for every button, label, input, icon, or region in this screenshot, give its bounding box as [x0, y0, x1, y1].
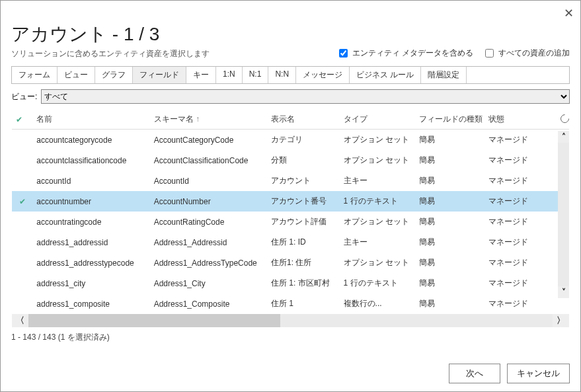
- scroll-h-thumb[interactable]: [28, 314, 280, 327]
- cell-display: アカウント評価: [267, 212, 340, 232]
- cell-name: accountcategorycode: [32, 130, 149, 151]
- tab-spacer: [467, 67, 569, 83]
- grid: ✔ 名前 スキーマ名 表示名 タイプ フィールドの種類 状態 accountca…: [11, 109, 570, 328]
- close-icon[interactable]: ✕: [564, 6, 574, 20]
- cell-schema: Address1_City: [150, 273, 267, 294]
- table-row[interactable]: address1_addressidAddress1_Addressid住所 1…: [12, 232, 569, 253]
- tab-グラフ[interactable]: グラフ: [95, 67, 133, 83]
- row-check[interactable]: ✔: [12, 191, 32, 212]
- col-type[interactable]: タイプ: [340, 110, 416, 130]
- tab-フィールド[interactable]: フィールド: [133, 67, 186, 83]
- col-fieldkind[interactable]: フィールドの種類: [415, 110, 484, 130]
- view-label: ビュー:: [11, 91, 37, 102]
- row-check[interactable]: [12, 212, 32, 232]
- row-check[interactable]: [12, 171, 32, 191]
- cell-state: マネージド: [484, 150, 557, 171]
- refresh-icon: [559, 112, 569, 124]
- col-refresh[interactable]: [557, 110, 569, 130]
- row-check[interactable]: [12, 253, 32, 273]
- cell-fieldkind: 簡易: [415, 130, 484, 151]
- add-all-assets-checkbox[interactable]: すべての資産の追加: [483, 47, 570, 59]
- include-metadata-input[interactable]: [339, 49, 348, 58]
- scroll-right-icon[interactable]: 〉: [553, 315, 569, 327]
- cell-type: 複数行の...: [340, 294, 416, 314]
- scroll-h-track[interactable]: [28, 314, 553, 327]
- tab-bar: フォームビューグラフフィールドキー1:NN:1N:Nメッセージビジネス ルール階…: [11, 66, 570, 84]
- table-row[interactable]: accountcategorycodeAccountCategoryCodeカテ…: [12, 130, 569, 151]
- cell-display: 住所 1: 市区町村: [267, 273, 340, 294]
- tab-N:N[interactable]: N:N: [268, 67, 296, 83]
- cell-type: 1 行のテキスト: [340, 191, 416, 212]
- tab-ビュー[interactable]: ビュー: [58, 67, 95, 83]
- tab-フォーム[interactable]: フォーム: [12, 67, 58, 83]
- include-metadata-label: エンティティ メタデータを含める: [352, 48, 473, 59]
- cell-state: マネージド: [484, 212, 557, 232]
- cell-state: マネージド: [484, 294, 557, 314]
- tab-キー[interactable]: キー: [186, 67, 216, 83]
- cell-type: オプション セット: [340, 253, 416, 273]
- cell-name: accountratingcode: [32, 212, 149, 232]
- cell-type: オプション セット: [340, 130, 416, 151]
- tab-階層設定[interactable]: 階層設定: [421, 67, 467, 83]
- table-row[interactable]: ✔accountnumberAccountNumberアカウント番号1 行のテキ…: [12, 191, 569, 212]
- next-button[interactable]: 次へ: [449, 364, 500, 383]
- cell-fieldkind: 簡易: [415, 232, 484, 253]
- add-all-assets-input[interactable]: [485, 49, 494, 58]
- cell-fieldkind: 簡易: [415, 212, 484, 232]
- row-check[interactable]: [12, 273, 32, 294]
- page-title: アカウント - 1 / 3: [11, 22, 210, 47]
- table-row[interactable]: address1_cityAddress1_City住所 1: 市区町村1 行の…: [12, 273, 569, 294]
- col-schema[interactable]: スキーマ名: [150, 110, 267, 130]
- tab-メッセージ[interactable]: メッセージ: [296, 67, 350, 83]
- table-row[interactable]: accountIdAccountIdアカウント主キー簡易マネージド: [12, 171, 569, 191]
- col-name[interactable]: 名前: [32, 110, 149, 130]
- dialog: ✕ アカウント - 1 / 3 ソリューションに含めるエンティティ資産を選択しま…: [0, 0, 581, 392]
- row-check[interactable]: [12, 150, 32, 171]
- table-row[interactable]: address1_compositeAddress1_Composite住所 1…: [12, 294, 569, 314]
- view-select[interactable]: すべて: [41, 89, 570, 104]
- row-check[interactable]: [12, 232, 32, 253]
- scroll-down-icon[interactable]: ˅: [562, 286, 566, 298]
- scrollbar-vertical[interactable]: ˄ ˅: [558, 131, 569, 298]
- cell-name: address1_city: [32, 273, 149, 294]
- cell-type: オプション セット: [340, 212, 416, 232]
- cell-schema: AccountClassificationCode: [150, 150, 267, 171]
- cell-display: アカウント: [267, 171, 340, 191]
- cell-fieldkind: 簡易: [415, 171, 484, 191]
- cell-name: address1_composite: [32, 294, 149, 314]
- tab-ビジネス ルール[interactable]: ビジネス ルール: [350, 67, 421, 83]
- tab-1:N[interactable]: 1:N: [216, 67, 243, 83]
- col-check[interactable]: ✔: [12, 110, 32, 130]
- cell-display: 住所 1: [267, 294, 340, 314]
- col-display[interactable]: 表示名: [267, 110, 340, 130]
- cell-state: マネージド: [484, 191, 557, 212]
- row-check[interactable]: [12, 294, 32, 314]
- cell-name: accountId: [32, 171, 149, 191]
- scrollbar-horizontal[interactable]: 〈 〉: [12, 314, 569, 327]
- header-row: ✔ 名前 スキーマ名 表示名 タイプ フィールドの種類 状態: [12, 110, 569, 130]
- add-all-assets-label: すべての資産の追加: [498, 48, 570, 59]
- cell-fieldkind: 簡易: [415, 253, 484, 273]
- table-row[interactable]: address1_addresstypecodeAddress1_Address…: [12, 253, 569, 273]
- cell-schema: Address1_Composite: [150, 294, 267, 314]
- cell-display: アカウント番号: [267, 191, 340, 212]
- table-row[interactable]: accountclassificationcodeAccountClassifi…: [12, 150, 569, 171]
- table-row[interactable]: accountratingcodeAccountRatingCodeアカウント評…: [12, 212, 569, 232]
- col-state[interactable]: 状態: [484, 110, 557, 130]
- scroll-left-icon[interactable]: 〈: [12, 315, 28, 327]
- cell-state: マネージド: [484, 130, 557, 151]
- cancel-button[interactable]: キャンセル: [507, 364, 570, 383]
- tab-N:1[interactable]: N:1: [243, 67, 269, 83]
- row-check[interactable]: [12, 130, 32, 151]
- check-icon: ✔: [18, 197, 27, 206]
- cell-state: マネージド: [484, 253, 557, 273]
- cell-type: 主キー: [340, 171, 416, 191]
- cell-state: マネージド: [484, 232, 557, 253]
- cell-display: カテゴリ: [267, 130, 340, 151]
- cell-schema: AccountCategoryCode: [150, 130, 267, 151]
- include-metadata-checkbox[interactable]: エンティティ メタデータを含める: [336, 47, 473, 59]
- cell-state: マネージド: [484, 171, 557, 191]
- scroll-up-icon[interactable]: ˄: [562, 131, 566, 143]
- scroll-v-track[interactable]: [558, 143, 569, 286]
- cell-type: 1 行のテキスト: [340, 273, 416, 294]
